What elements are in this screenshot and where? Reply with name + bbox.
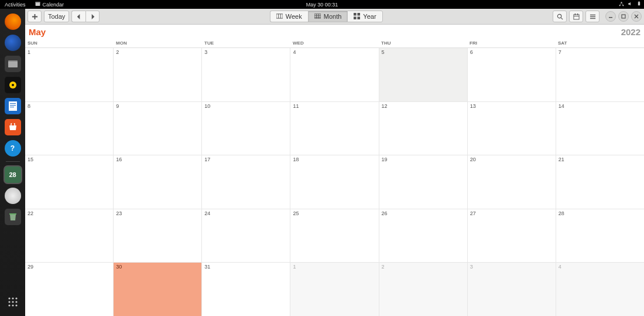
weekday-label: WED	[290, 39, 379, 47]
day-cell[interactable]: 24	[202, 209, 290, 263]
svg-point-17	[12, 297, 13, 299]
dock-disk[interactable]	[5, 188, 21, 204]
svg-point-23	[12, 304, 13, 306]
new-event-button[interactable]	[28, 11, 42, 22]
day-cell[interactable]: 28	[556, 209, 644, 263]
svg-line-38	[561, 18, 563, 19]
day-cell[interactable]: 22	[25, 209, 114, 263]
day-cell[interactable]: 18	[290, 155, 379, 209]
week-row: 22232425262728	[25, 209, 644, 263]
weekday-header: SUNMONTUEWEDTHUFRISAT	[25, 39, 644, 48]
day-cell[interactable]: 5	[379, 48, 468, 101]
day-cell[interactable]: 15	[25, 155, 114, 209]
svg-point-24	[15, 304, 17, 306]
day-cell[interactable]: 21	[556, 155, 644, 209]
week-row: 15161718192021	[25, 155, 644, 209]
svg-point-21	[15, 301, 17, 303]
svg-rect-44	[590, 16, 595, 16]
dock-rhythmbox[interactable]	[5, 77, 21, 93]
day-cell[interactable]: 4	[290, 48, 379, 101]
view-year[interactable]: Year	[347, 11, 382, 22]
day-cell[interactable]: 1	[290, 263, 379, 316]
clock[interactable]: May 30 00:31	[302, 0, 343, 9]
day-cell[interactable]: 2	[114, 48, 202, 101]
svg-point-20	[12, 301, 13, 303]
svg-point-16	[8, 297, 10, 299]
week-view-icon	[276, 13, 283, 21]
activities-button[interactable]: Activities	[0, 0, 30, 9]
svg-rect-28	[314, 13, 321, 18]
show-applications[interactable]	[5, 294, 21, 310]
day-cell[interactable]: 2	[379, 263, 468, 316]
hamburger-menu[interactable]	[585, 11, 600, 22]
prev-button[interactable]	[71, 11, 85, 22]
window-close[interactable]	[631, 11, 642, 22]
day-cell[interactable]: 26	[379, 209, 468, 263]
month-view-icon	[314, 13, 321, 21]
next-button[interactable]	[85, 11, 100, 22]
svg-rect-41	[574, 13, 575, 15]
today-button[interactable]: Today	[44, 11, 69, 22]
day-cell[interactable]: 8	[25, 102, 114, 155]
window-minimize[interactable]	[605, 11, 616, 22]
view-switcher: Week Month Year	[270, 11, 383, 22]
svg-point-22	[8, 304, 10, 306]
day-cell[interactable]: 20	[468, 155, 556, 209]
svg-rect-34	[358, 13, 361, 16]
volume-icon[interactable]	[628, 1, 633, 8]
dock-thunderbird[interactable]	[5, 35, 21, 51]
day-cell[interactable]: 27	[468, 209, 556, 263]
day-cell[interactable]: 12	[379, 102, 468, 155]
network-icon[interactable]	[619, 1, 624, 8]
dock-software[interactable]	[5, 119, 21, 135]
app-menu-label: Calendar	[43, 2, 64, 8]
view-month[interactable]: Month	[308, 11, 348, 22]
svg-rect-15	[9, 213, 16, 215]
svg-point-10	[12, 84, 14, 86]
jump-to-date-button[interactable]	[569, 11, 583, 22]
calendar-window: Today Week Month Year	[25, 9, 644, 316]
dock-help[interactable]: ?	[5, 140, 21, 157]
app-menu[interactable]: Calendar	[30, 0, 69, 9]
day-cell[interactable]: 10	[202, 102, 290, 155]
day-cell[interactable]: 31	[202, 263, 290, 316]
calendar-mini-icon	[35, 1, 40, 8]
dock-files[interactable]	[5, 56, 21, 72]
svg-rect-1	[35, 2, 40, 3]
dock-calendar[interactable]: 28	[5, 167, 21, 183]
day-cell[interactable]: 17	[202, 155, 290, 209]
day-cell[interactable]: 14	[556, 102, 644, 155]
search-button[interactable]	[553, 11, 567, 22]
day-cell[interactable]: 23	[114, 209, 202, 263]
day-cell[interactable]: 30	[114, 263, 202, 316]
svg-rect-46	[609, 17, 612, 18]
svg-rect-35	[354, 16, 357, 19]
year-label: 2022	[621, 27, 640, 37]
calendar-toolbar: Today Week Month Year	[25, 9, 644, 25]
day-cell[interactable]: 13	[468, 102, 556, 155]
day-cell[interactable]: 19	[379, 155, 468, 209]
day-cell[interactable]: 11	[290, 102, 379, 155]
day-cell[interactable]: 6	[468, 48, 556, 101]
day-cell[interactable]: 25	[290, 209, 379, 263]
day-cell[interactable]: 29	[25, 263, 114, 316]
dock-separator	[6, 161, 20, 162]
window-maximize[interactable]	[618, 11, 629, 22]
day-cell[interactable]: 1	[25, 48, 114, 101]
day-cell[interactable]: 16	[114, 155, 202, 209]
svg-rect-12	[10, 103, 16, 104]
day-cell[interactable]: 3	[202, 48, 290, 101]
week-row: 891011121314	[25, 102, 644, 156]
svg-point-37	[557, 14, 561, 18]
day-cell[interactable]: 9	[114, 102, 202, 155]
power-icon[interactable]	[636, 1, 642, 8]
day-cell[interactable]: 4	[556, 263, 644, 316]
day-cell[interactable]: 3	[468, 263, 556, 316]
view-week[interactable]: Week	[270, 11, 308, 22]
dock-writer[interactable]	[5, 98, 21, 114]
dock-firefox[interactable]	[5, 13, 21, 30]
day-cell[interactable]: 7	[556, 48, 644, 101]
svg-rect-43	[590, 14, 595, 15]
month-grid: 1234567891011121314151617181920212223242…	[25, 48, 644, 316]
dock-trash[interactable]	[5, 209, 21, 225]
